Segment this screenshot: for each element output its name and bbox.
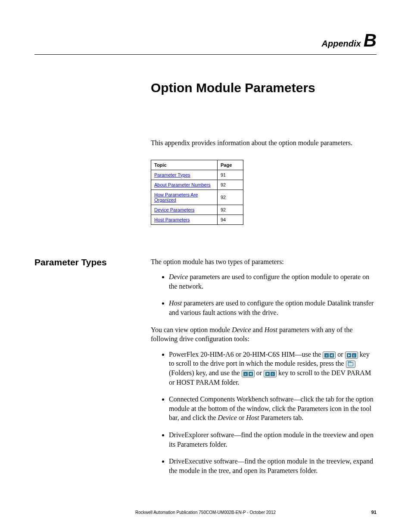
- topic-link[interactable]: Parameter Types: [154, 172, 190, 177]
- page-number: 91: [371, 510, 377, 515]
- section-lead: The option module has two types of param…: [151, 257, 377, 267]
- topic-page: 94: [218, 215, 243, 224]
- topic-page: 92: [218, 190, 243, 205]
- param-type-desc: parameters are used to configure the opt…: [169, 273, 369, 290]
- table-row: How Parameters Are Organized 92: [151, 190, 243, 205]
- param-type-name: Host: [169, 299, 182, 307]
- table-row: Device Parameters 92: [151, 205, 243, 215]
- page-header: Appendix B: [34, 30, 377, 55]
- topic-page: 92: [218, 180, 243, 190]
- list-item: Connected Components Workbench software—…: [169, 395, 377, 423]
- appendix-letter: B: [364, 30, 377, 50]
- topic-link[interactable]: How Parameters Are Organized: [154, 192, 198, 202]
- list-item: Device parameters are used to configure …: [169, 272, 377, 291]
- topic-link[interactable]: About Parameter Numbers: [154, 182, 211, 187]
- parameter-types-section: Parameter Types The option module has tw…: [151, 257, 377, 476]
- table-row: Parameter Types 91: [151, 170, 243, 180]
- section-heading: Parameter Types: [34, 257, 107, 268]
- appendix-word: Appendix: [322, 39, 361, 48]
- topic-link[interactable]: Device Parameters: [154, 207, 195, 212]
- param-type-name: Device: [169, 273, 188, 280]
- content-column: Option Module Parameters This appendix p…: [151, 81, 377, 475]
- topic-link[interactable]: Host Parameters: [154, 217, 190, 222]
- topics-th-topic: Topic: [151, 160, 218, 170]
- param-types-list: Device parameters are used to configure …: [151, 272, 377, 317]
- list-item: DriveExplorer software—find the option m…: [169, 430, 377, 449]
- topic-page: 92: [218, 205, 243, 215]
- key-right-icon: [345, 352, 358, 359]
- view-lead: You can view option module Device and Ho…: [151, 325, 377, 344]
- topic-page: 91: [218, 170, 243, 180]
- section-body: The option module has two types of param…: [151, 257, 377, 476]
- key-left-icon: [323, 352, 336, 359]
- key-left-icon: [242, 370, 255, 377]
- footer-publication: Rockwell Automation Publication 750COM-U…: [34, 510, 377, 515]
- topics-th-page: Page: [218, 160, 243, 170]
- key-right-icon: [264, 370, 277, 377]
- tools-list: PowerFlex 20-HIM-A6 or 20-HIM-C6S HIM—us…: [151, 350, 377, 476]
- page: Appendix B Option Module Parameters This…: [0, 0, 411, 532]
- folder-key-icon: [346, 361, 355, 368]
- list-item: Host parameters are used to configure th…: [169, 299, 377, 317]
- table-row: About Parameter Numbers 92: [151, 180, 243, 190]
- list-item: PowerFlex 20-HIM-A6 or 20-HIM-C6S HIM—us…: [169, 350, 377, 387]
- param-type-desc: parameters are used to configure the opt…: [169, 299, 374, 316]
- intro-paragraph: This appendix provides information about…: [151, 138, 377, 148]
- topics-table: Topic Page Parameter Types 91 About Para…: [151, 160, 243, 225]
- table-row: Host Parameters 94: [151, 215, 243, 224]
- page-title: Option Module Parameters: [151, 81, 377, 95]
- list-item: DriveExecutive software—find the option …: [169, 457, 377, 475]
